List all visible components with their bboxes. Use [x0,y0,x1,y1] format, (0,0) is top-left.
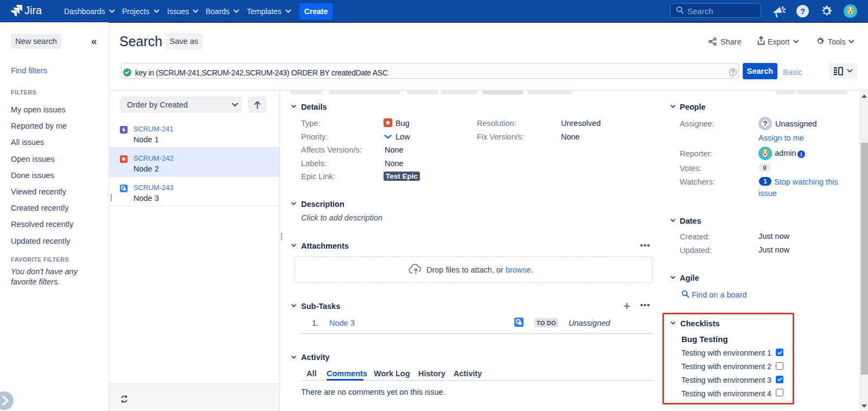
svg-text:?: ? [763,119,768,128]
